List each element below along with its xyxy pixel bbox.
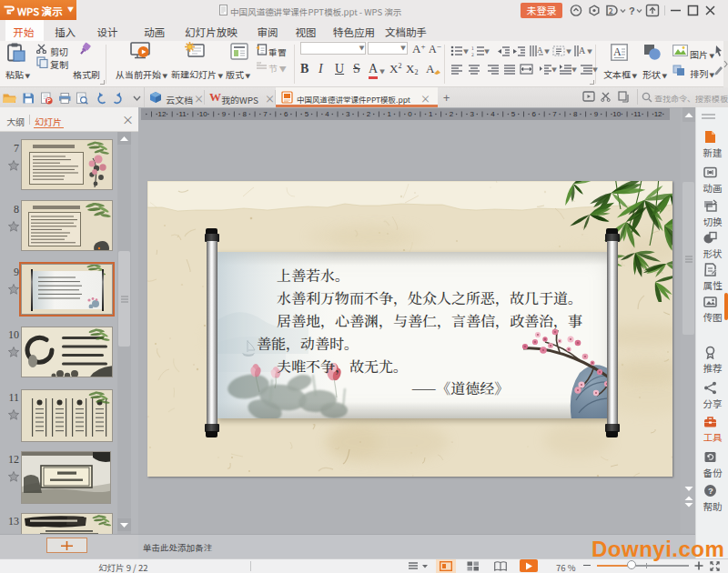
svg-text:?: ?	[629, 4, 635, 17]
svg-text:12: 12	[157, 110, 166, 118]
svg-text:1: 1	[471, 45, 474, 51]
svg-text:3: 3	[346, 110, 350, 118]
svg-text:1: 1	[429, 110, 433, 118]
svg-text:A: A	[537, 45, 543, 55]
svg-text:7: 7	[552, 110, 557, 118]
svg-text:3: 3	[470, 110, 474, 118]
svg-text:10: 10	[199, 110, 207, 118]
svg-text:4: 4	[490, 110, 495, 118]
svg-text:2: 2	[471, 51, 474, 56]
svg-text:4: 4	[325, 110, 329, 118]
svg-text:9: 9	[222, 110, 227, 118]
svg-text:8: 8	[573, 110, 578, 118]
svg-text:10: 10	[612, 110, 621, 118]
svg-text:9: 9	[594, 110, 599, 118]
svg-text:0: 0	[408, 110, 412, 118]
svg-text:?: ?	[708, 486, 713, 496]
svg-text:1: 1	[388, 110, 392, 118]
svg-text:A: A	[613, 45, 622, 58]
svg-text:7: 7	[263, 110, 268, 118]
svg-text:5: 5	[305, 110, 309, 118]
svg-text:2: 2	[609, 5, 613, 15]
svg-text:11: 11	[178, 110, 187, 118]
svg-text:P: P	[47, 97, 52, 104]
svg-text:8: 8	[242, 110, 247, 118]
svg-text:5: 5	[511, 110, 516, 118]
svg-text:2: 2	[367, 110, 371, 118]
svg-text:11: 11	[633, 110, 642, 118]
svg-text:6: 6	[532, 110, 537, 118]
svg-text:6: 6	[284, 110, 288, 118]
svg-text:2: 2	[450, 110, 454, 118]
svg-text:A: A	[579, 45, 586, 55]
svg-text:12: 12	[654, 110, 662, 118]
